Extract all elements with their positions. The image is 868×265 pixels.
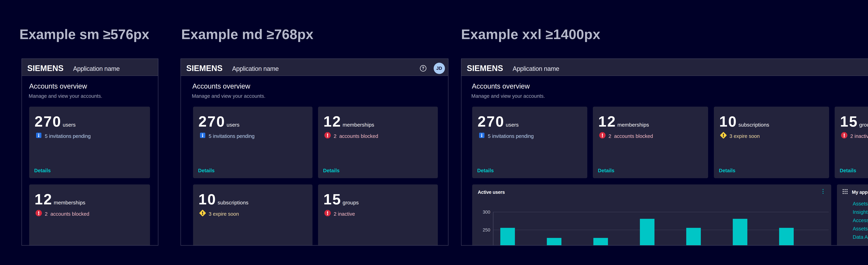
svg-text:SIEMENS: SIEMENS <box>467 64 503 73</box>
svg-text:250: 250 <box>483 227 490 233</box>
svg-text:SIEMENS: SIEMENS <box>186 64 222 73</box>
svg-text:300: 300 <box>483 209 490 215</box>
svg-text:SIEMENS: SIEMENS <box>27 64 64 73</box>
